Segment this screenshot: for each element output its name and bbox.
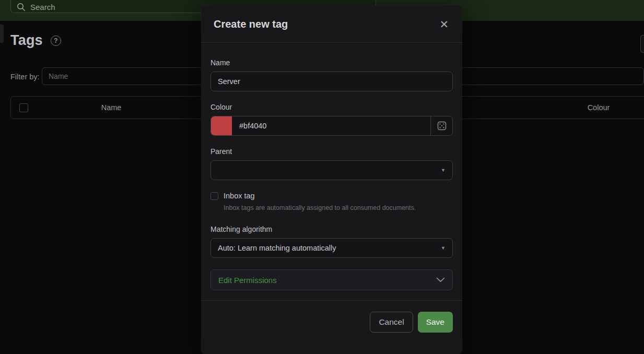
help-icon[interactable]: ? [51,36,61,46]
sidebar-edge [0,25,4,43]
colour-input-group [210,116,453,136]
column-header-name[interactable]: Name [85,103,137,112]
random-colour-button[interactable] [430,116,452,135]
inbox-tag-field: Inbox tag Inbox tags are automatically a… [210,192,453,211]
tag-name-input[interactable] [210,72,453,91]
page-header: Tags ? [10,32,61,49]
column-header-colour[interactable]: Colour [572,103,625,112]
dialog-header: Create new tag ✕ [201,5,462,43]
matching-field: Matching algorithm Auto: Learn matching … [210,225,453,258]
select-all-checkbox[interactable] [19,103,28,112]
create-tag-dialog: Create new tag ✕ Name Colour [201,5,462,354]
save-button[interactable]: Save [418,312,453,333]
inbox-tag-row: Inbox tag [210,192,453,200]
colour-field: Colour [210,103,453,136]
inbox-tag-hint: Inbox tags are automatically assigned to… [224,204,453,211]
dialog-body: Name Colour [201,43,462,290]
parent-field: Parent ▼ [210,147,453,180]
search-icon [17,3,26,11]
caret-down-icon: ▼ [441,245,446,251]
chevron-down-icon [436,277,445,282]
colour-label: Colour [210,103,453,111]
inbox-tag-checkbox[interactable] [210,192,218,200]
edit-permissions-label: Edit Permissions [218,276,277,285]
page-title: Tags [10,32,43,49]
dialog-footer: Cancel Save [201,300,462,333]
inbox-tag-label[interactable]: Inbox tag [224,192,255,200]
scrollbar-thumb[interactable] [640,35,644,53]
name-field: Name [210,58,453,91]
matching-algorithm-select[interactable]: Auto: Learn matching automatically ▼ [210,238,453,258]
colour-hex-input[interactable] [232,116,430,135]
parent-label: Parent [210,147,453,156]
close-icon[interactable]: ✕ [437,18,451,31]
dice-icon [437,121,447,131]
parent-select[interactable]: ▼ [210,160,453,180]
colour-swatch [211,116,232,135]
name-label: Name [210,58,453,67]
edit-permissions-accordion[interactable]: Edit Permissions [210,269,453,290]
app-window: Tags ? Filter by: Name Colour Create new… [0,0,644,354]
cancel-button[interactable]: Cancel [370,312,413,333]
matching-select-value: Auto: Learn matching automatically [218,244,336,252]
dialog-title: Create new tag [214,18,288,30]
matching-label: Matching algorithm [210,225,453,233]
caret-down-icon: ▼ [441,168,446,173]
filter-by-label: Filter by: [10,73,40,81]
